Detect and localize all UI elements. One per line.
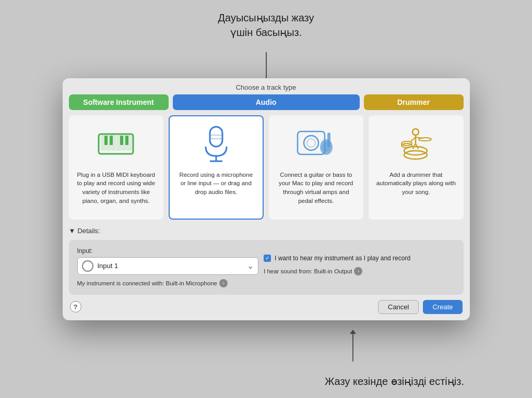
software-instrument-button[interactable]: Software Instrument	[69, 94, 169, 110]
svg-rect-11	[210, 127, 222, 147]
svg-rect-21	[327, 132, 330, 147]
svg-point-27	[412, 129, 419, 135]
svg-rect-16	[298, 131, 325, 154]
audio-button[interactable]: Audio	[173, 94, 360, 110]
guitar-card[interactable]: Connect a guitar or bass to your Mac to …	[269, 115, 364, 220]
input-value: Input 1	[98, 262, 243, 270]
drummer-button[interactable]: Drummer	[364, 94, 464, 110]
details-section: ▼ Details: Input: Input 1 ⌄ My instrumen…	[69, 225, 464, 295]
input-label: Input:	[77, 247, 259, 255]
input-select[interactable]: Input 1 ⌄	[77, 257, 259, 275]
svg-point-18	[307, 139, 315, 147]
cards-row: Plug in a USB MIDI keyboard to play and …	[63, 115, 470, 220]
microphone-card-text: Record using a microphone or line input …	[176, 171, 256, 197]
svg-line-29	[411, 137, 416, 141]
arrow-bottom	[352, 333, 353, 361]
track-type-buttons: Software Instrument Audio Drummer	[63, 94, 470, 115]
annotation-bottom: Жазу кезінде өзіңізді естіңіз.	[325, 374, 464, 389]
annotation-top: Дауысыңызды жазуүшін басыңыз.	[218, 10, 314, 40]
details-body: Input: Input 1 ⌄ My instrument is connec…	[69, 240, 464, 295]
input-circle-icon	[82, 260, 93, 272]
guitar-card-text: Connect a guitar or bass to your Mac to …	[276, 171, 357, 206]
dialog: Choose a track type Software Instrument …	[63, 78, 470, 320]
microphone-card[interactable]: Record using a microphone or line input …	[169, 115, 264, 220]
drummer-card-text: Add a drummer that automatically plays a…	[376, 171, 456, 197]
keyboard-icon	[95, 124, 137, 165]
dialog-title: Choose a track type	[63, 78, 470, 94]
svg-line-30	[416, 137, 422, 138]
keyboard-card[interactable]: Plug in a USB MIDI keyboard to play and …	[69, 115, 164, 220]
hear-sound-arrow-button[interactable]: ›	[354, 267, 362, 275]
dialog-footer: ? Cancel Create	[63, 295, 470, 320]
details-chevron-icon: ▼	[69, 227, 76, 235]
footer-buttons: Cancel Create	[378, 300, 463, 314]
svg-rect-10	[125, 136, 128, 145]
guitar-icon	[295, 124, 337, 165]
svg-rect-8	[110, 136, 113, 145]
svg-rect-7	[104, 136, 108, 145]
cancel-button[interactable]: Cancel	[378, 300, 419, 314]
hear-sound-text: I hear sound from: Built-in Output ›	[264, 267, 447, 275]
connected-text: My instrument is connected with: Built-i…	[77, 279, 259, 287]
details-right: ✓ I want to hear my instrument as I play…	[258, 247, 447, 287]
stepper-icon: ⌄	[247, 261, 254, 271]
hear-instrument-label: I want to hear my instrument as I play a…	[275, 255, 410, 262]
hear-instrument-checkbox-row[interactable]: ✓ I want to hear my instrument as I play…	[264, 255, 447, 262]
drummer-icon	[395, 124, 437, 165]
hear-instrument-checkbox[interactable]: ✓	[264, 255, 271, 262]
details-toggle-label: Details:	[77, 227, 100, 235]
details-left: Input: Input 1 ⌄ My instrument is connec…	[77, 247, 259, 287]
drummer-card[interactable]: Add a drummer that automatically plays a…	[369, 115, 464, 220]
connected-arrow-button[interactable]: ›	[219, 279, 228, 287]
details-toggle[interactable]: ▼ Details:	[69, 225, 464, 237]
create-button[interactable]: Create	[423, 300, 462, 314]
keyboard-card-text: Plug in a USB MIDI keyboard to play and …	[76, 171, 157, 206]
help-button[interactable]: ?	[70, 301, 81, 312]
microphone-icon	[195, 124, 237, 165]
svg-rect-9	[120, 136, 123, 145]
svg-point-17	[304, 136, 318, 150]
